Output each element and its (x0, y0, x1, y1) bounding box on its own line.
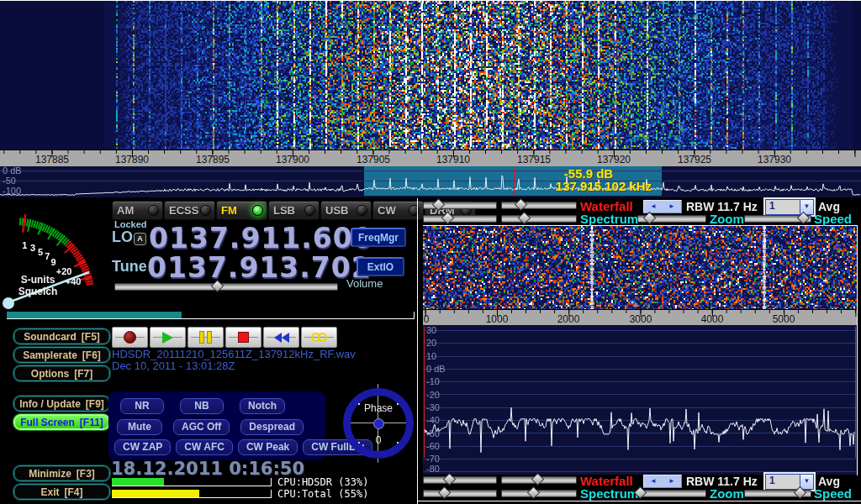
despread-button[interactable]: Despread (240, 419, 304, 435)
slider-thumb[interactable] (438, 486, 452, 500)
stop-button[interactable] (225, 327, 261, 348)
record-button[interactable] (112, 327, 148, 348)
arrow-left-icon[interactable]: ◄ (650, 203, 657, 210)
spectrum-min-slider[interactable] (423, 490, 497, 497)
notch-button[interactable]: Notch (240, 398, 285, 414)
cursor-freq-readout: 137.915.102 kHz (531, 179, 676, 193)
mode-ecss-button[interactable]: ECSS (164, 201, 215, 220)
slider-thumb[interactable] (527, 486, 541, 500)
cw-afc-button[interactable]: CW AFC (176, 439, 233, 455)
mode-usb-button[interactable]: USB (320, 201, 372, 220)
nb-button[interactable]: NB (180, 398, 224, 414)
mode-am-button[interactable]: AM (112, 201, 163, 220)
loop-icon (311, 333, 327, 342)
cw-peak-button[interactable]: CW Peak (238, 439, 298, 455)
speed-slider[interactable] (744, 215, 811, 223)
contrast-slider[interactable] (501, 202, 577, 209)
audio-waterfall-display[interactable] (423, 226, 857, 309)
arrow-right-icon[interactable]: ► (668, 203, 675, 210)
button-key: [F9] (86, 398, 104, 410)
button-key: [F5] (82, 331, 100, 343)
button-key: [F3] (77, 468, 95, 480)
lo-frequency-display[interactable]: 0137.911.600 (149, 222, 373, 255)
playback-filename: HDSDR_20111210_125611Z_137912kHz_RF.wav (112, 348, 356, 360)
loop-button[interactable] (301, 327, 337, 348)
spectrum-max-slider[interactable] (501, 215, 577, 223)
cw-zap-button[interactable]: CW ZAP (114, 439, 171, 455)
spectrum-label[interactable]: Spectrum (580, 486, 638, 501)
rf-freq-tick: 137890 (103, 154, 161, 165)
freqmgr-button[interactable]: FreqMgr (351, 228, 406, 247)
slider-thumb[interactable] (515, 198, 528, 212)
button-label: Samplerate (23, 349, 77, 361)
rf-spectrum-display[interactable]: 0 dB -50 -100 -55.9 dB 137.915.102 kHz (0, 166, 861, 197)
zoom-slider[interactable] (637, 215, 706, 223)
brightness-slider[interactable] (423, 202, 497, 209)
playback-progress-bar[interactable] (7, 312, 415, 319)
scroll-arrows[interactable]: ◄► (643, 475, 682, 488)
nr-button[interactable]: NR (120, 398, 164, 414)
agc-off-button[interactable]: AGC Off (173, 419, 230, 435)
slider-thumb[interactable] (432, 198, 446, 212)
speed-label: Speed (814, 486, 852, 501)
slider-thumb[interactable] (441, 212, 455, 225)
zoom-label: Zoom (710, 486, 744, 501)
rf-frequency-scale[interactable]: 137885 137890 137895 137900 137905 13791… (0, 150, 861, 167)
cpu-hdsdr-text: CPU:HDSDR (33%) (277, 476, 368, 488)
slider-thumb[interactable] (443, 473, 457, 486)
audio-db-label: -50 (426, 428, 440, 438)
rf-freq-tick: 137905 (344, 154, 403, 165)
button-label: Minimize (29, 468, 71, 480)
audio-frequency-scale[interactable]: 0 1000 2000 3000 4000 5000 (423, 309, 857, 327)
speed-slider[interactable] (744, 490, 811, 497)
phase-label: Phase (343, 402, 414, 414)
tune-frequency-display[interactable]: 0137.913.702 (147, 251, 372, 284)
spectrum-max-slider[interactable] (501, 490, 577, 497)
pause-button[interactable] (188, 327, 224, 348)
soundcard-button[interactable]: Soundcard[F5] (13, 328, 110, 344)
datetime-display: 18.12.2011 0:16:50 (111, 459, 304, 479)
slider-thumb[interactable] (531, 473, 545, 486)
button-label: Full Screen (20, 417, 75, 428)
contrast-slider[interactable] (501, 476, 577, 484)
zoom-label: Zoom (710, 212, 744, 226)
mode-led-icon (357, 205, 367, 216)
audio-db-label: -10 (426, 376, 440, 386)
avg-dropdown[interactable]: 1 ▼ (765, 199, 814, 215)
rewind-button[interactable] (263, 327, 299, 348)
avg-dropdown-value: 1 (766, 475, 800, 489)
arrow-right-icon[interactable]: ► (668, 478, 675, 485)
minimize-button[interactable]: Minimize[F3] (13, 465, 110, 481)
avg-dropdown[interactable]: 1 ▼ (765, 474, 814, 490)
lo-auto-badge[interactable]: A (134, 233, 146, 245)
spectrum-min-slider[interactable] (423, 215, 497, 223)
options-button[interactable]: Options[F7] (13, 365, 110, 381)
brightness-slider[interactable] (423, 476, 497, 484)
play-button[interactable] (150, 327, 186, 348)
chevron-down-icon[interactable]: ▼ (800, 475, 813, 489)
volume-slider[interactable] (114, 283, 338, 291)
rf-waterfall-display[interactable] (0, 0, 861, 150)
mode-cw-button[interactable]: CW (372, 201, 424, 220)
mode-fm-button[interactable]: FM (216, 201, 267, 220)
audio-freq-tick: 1000 (467, 313, 526, 325)
button-key: [F6] (82, 349, 101, 361)
exit-button[interactable]: Exit[F4] (13, 484, 110, 500)
info-update-button[interactable]: Info / Update[F9] (13, 396, 110, 412)
slider-thumb[interactable] (518, 212, 531, 225)
record-icon (124, 331, 136, 344)
spectrum-label[interactable]: Spectrum (580, 212, 638, 226)
samplerate-button[interactable]: Samplerate[F6] (13, 347, 110, 363)
arrow-left-icon[interactable]: ◄ (650, 478, 657, 485)
mute-button[interactable]: Mute (117, 419, 162, 435)
phase-indicator: Phase 0 (343, 388, 414, 459)
full-screen-button[interactable]: Full Screen[F11] (13, 414, 110, 430)
mode-led-icon (148, 205, 159, 216)
mode-lsb-button[interactable]: LSB (268, 201, 320, 220)
zoom-slider[interactable] (637, 490, 706, 497)
rf-freq-tick: 137925 (665, 154, 724, 165)
extio-button[interactable]: ExtIO (357, 257, 404, 276)
slider-thumb[interactable] (643, 212, 657, 225)
audio-db-label: -40 (426, 415, 440, 425)
audio-spectrum-display[interactable]: 30 20 10 0 dB -10 -20 -30 -40 -50 -60 -7… (423, 325, 857, 475)
